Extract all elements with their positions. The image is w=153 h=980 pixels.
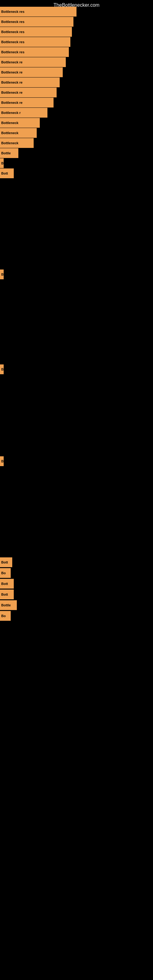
bar-label: Bottleneck re <box>1 101 22 105</box>
bar-label: Bottleneck <box>1 131 18 135</box>
bar-label: B <box>1 161 4 165</box>
bar-label: Bo <box>1 571 6 575</box>
bar-label: Bott <box>1 582 8 585</box>
bar-label: Bott <box>1 172 8 175</box>
bar-item: Bo <box>0 568 11 578</box>
bar-label: Bottleneck re <box>1 60 22 64</box>
bar-item: Bott <box>0 169 14 178</box>
bar-item: Bottleneck res <box>0 17 73 27</box>
bar-item: B <box>0 269 4 279</box>
bar-label: Bottleneck r <box>1 111 21 115</box>
bar-label: Bottleneck re <box>1 91 22 94</box>
bar-item: Bottle <box>0 600 17 610</box>
bar-item: Bottleneck re <box>0 67 63 77</box>
bar-item: B <box>0 456 4 466</box>
bar-item: Bottleneck re <box>0 98 54 108</box>
bar-label: Bott <box>1 560 8 564</box>
bar-label: Bottleneck <box>1 141 18 145</box>
bar-label: B <box>1 368 4 371</box>
bar-item: Bott <box>0 557 12 567</box>
bar-label: B <box>1 272 4 276</box>
bar-item: Bottleneck r <box>0 108 48 118</box>
bar-label: Bottleneck re <box>1 81 22 84</box>
bar-item: Bottleneck <box>0 128 37 138</box>
bar-item: Bottleneck res <box>0 27 72 37</box>
bar-item: Bottle <box>0 148 18 158</box>
bar-item: Bott <box>0 590 14 599</box>
bar-label: Bottleneck res <box>1 30 24 34</box>
bar-item: Bottleneck <box>0 138 33 148</box>
bar-item: B <box>0 158 4 168</box>
bar-label: Bottleneck res <box>1 10 24 13</box>
bar-item: Bottleneck res <box>0 47 69 57</box>
bar-label: Bottleneck re <box>1 70 22 74</box>
bar-item: Bottleneck res <box>0 7 76 16</box>
bar-item: Bottleneck <box>0 118 40 128</box>
bar-label: Bott <box>1 593 8 596</box>
bar-item: Bottleneck re <box>0 78 60 87</box>
bar-label: Bottleneck res <box>1 40 24 44</box>
bar-label: Bottleneck res <box>1 50 24 54</box>
bar-label: Bottleneck res <box>1 20 24 24</box>
bar-item: Bottleneck res <box>0 37 70 47</box>
bar-label: Bottle <box>1 151 11 155</box>
bar-label: B <box>1 460 4 463</box>
bar-label: Bottle <box>1 603 11 607</box>
bar-label: Bo <box>1 614 6 618</box>
bar-label: Bottleneck <box>1 121 18 125</box>
bar-item: Bottleneck re <box>0 57 66 67</box>
bar-item: Bo <box>0 611 11 621</box>
bar-item: Bott <box>0 579 14 589</box>
bar-item: B <box>0 364 4 374</box>
bar-item: Bottleneck re <box>0 88 57 97</box>
